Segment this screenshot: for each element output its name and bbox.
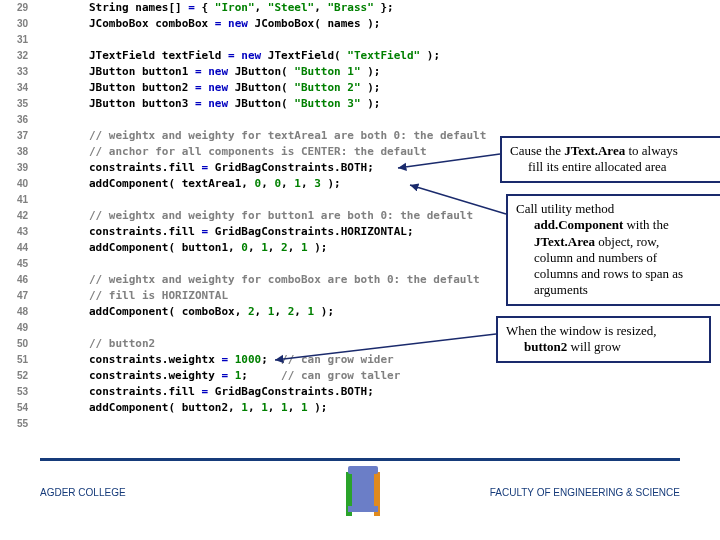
code-text: constraints.fill = GridBagConstraints.BO… <box>36 160 374 176</box>
footer-left: AGDER COLLEGE <box>40 487 126 498</box>
code-line: 36 <box>0 112 600 128</box>
code-text: JButton button2 = new JButton( "Button 2… <box>36 80 380 96</box>
line-number: 46 <box>0 272 36 288</box>
code-text: // weightx and weighty for button1 are b… <box>36 208 473 224</box>
code-text: constraints.fill = GridBagConstraints.HO… <box>36 224 414 240</box>
line-number: 50 <box>0 336 36 352</box>
code-text: JButton button1 = new JButton( "Button 1… <box>36 64 380 80</box>
code-text: addComponent( textArea1, 0, 0, 1, 3 ); <box>36 176 341 192</box>
callout-fill-area: Cause the JText.Area to always fill its … <box>500 136 720 183</box>
line-number: 34 <box>0 80 36 96</box>
code-text: String names[] = { "Iron", "Steel", "Bra… <box>36 0 394 16</box>
code-line: 31 <box>0 32 600 48</box>
code-line: 32 JTextField textField = new JTextField… <box>0 48 600 64</box>
code-line: 33 JButton button1 = new JButton( "Butto… <box>0 64 600 80</box>
line-number: 45 <box>0 256 36 272</box>
code-text: constraints.weighty = 1; // can grow tal… <box>36 368 400 384</box>
code-line: 29 String names[] = { "Iron", "Steel", "… <box>0 0 600 16</box>
line-number: 47 <box>0 288 36 304</box>
line-number: 49 <box>0 320 36 336</box>
line-number: 52 <box>0 368 36 384</box>
code-text: constraints.fill = GridBagConstraints.BO… <box>36 384 374 400</box>
line-number: 29 <box>0 0 36 16</box>
code-text: addComponent( button1, 0, 1, 2, 1 ); <box>36 240 327 256</box>
code-text: // fill is HORIZONTAL <box>36 288 228 304</box>
line-number: 31 <box>0 32 36 48</box>
line-number: 35 <box>0 96 36 112</box>
code-text: // anchor for all components is CENTER: … <box>36 144 427 160</box>
line-number: 30 <box>0 16 36 32</box>
line-number: 55 <box>0 416 36 432</box>
line-number: 42 <box>0 208 36 224</box>
line-number: 32 <box>0 48 36 64</box>
line-number: 53 <box>0 384 36 400</box>
code-line: 35 JButton button3 = new JButton( "Butto… <box>0 96 600 112</box>
line-number: 39 <box>0 160 36 176</box>
line-number: 40 <box>0 176 36 192</box>
college-logo-icon <box>336 466 384 522</box>
code-text: JComboBox comboBox = new JComboBox( name… <box>36 16 380 32</box>
line-number: 43 <box>0 224 36 240</box>
line-number: 48 <box>0 304 36 320</box>
code-text: JButton button3 = new JButton( "Button 3… <box>36 96 380 112</box>
code-line: 52 constraints.weighty = 1; // can grow … <box>0 368 600 384</box>
code-text: // button2 <box>36 336 155 352</box>
code-line: 34 JButton button2 = new JButton( "Butto… <box>0 80 600 96</box>
footer-right: FACULTY OF ENGINEERING & SCIENCE <box>490 487 680 498</box>
code-text: addComponent( button2, 1, 1, 1, 1 ); <box>36 400 327 416</box>
line-number: 37 <box>0 128 36 144</box>
line-number: 36 <box>0 112 36 128</box>
code-line: 53 constraints.fill = GridBagConstraints… <box>0 384 600 400</box>
line-number: 33 <box>0 64 36 80</box>
line-number: 54 <box>0 400 36 416</box>
code-text: JTextField textField = new JTextField( "… <box>36 48 440 64</box>
line-number: 44 <box>0 240 36 256</box>
code-text: // weightx and weighty for textArea1 are… <box>36 128 486 144</box>
code-line: 30 JComboBox comboBox = new JComboBox( n… <box>0 16 600 32</box>
line-number: 38 <box>0 144 36 160</box>
callout-button2-grow: When the window is resized, button2 will… <box>496 316 711 363</box>
code-text: addComponent( comboBox, 2, 1, 2, 1 ); <box>36 304 334 320</box>
code-line: 54 addComponent( button2, 1, 1, 1, 1 ); <box>0 400 600 416</box>
callout-add-component: Call utility method add.Component with t… <box>506 194 720 306</box>
line-number: 41 <box>0 192 36 208</box>
code-line: 55 <box>0 416 600 432</box>
code-text: constraints.weightx = 1000; // can grow … <box>36 352 394 368</box>
code-text: // weightx and weighty for comboBox are … <box>36 272 480 288</box>
line-number: 51 <box>0 352 36 368</box>
